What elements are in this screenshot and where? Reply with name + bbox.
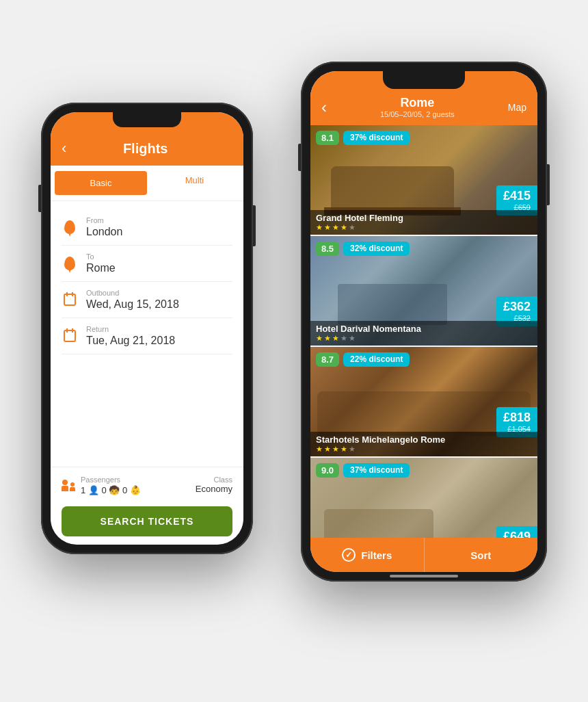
from-value: London [86,226,122,238]
flights-form: From London To Rome [51,201,243,467]
hotels-app: ‹ Rome 15/05–20/05, 2 guests Map [310,71,537,572]
return-value: Tue, Aug 21, 2018 [86,335,175,347]
star-1: ★ [316,334,323,343]
passengers-icons [62,480,75,491]
star-5: ★ [349,223,356,232]
to-label: To [86,252,116,261]
hotel-3-price-current: £818 [503,411,531,425]
left-phone-screen: ‹ Flights Basic Multi From [51,112,243,545]
star-1: ★ [316,223,323,232]
city-name: Rome [327,96,508,110]
star-1: ★ [316,445,323,454]
dates-info: 15/05–20/05, 2 guests [327,110,508,118]
bottom-action-bar: ✓ Filters Sort [310,538,537,572]
hotel-1-name: Grand Hotel Fleming [316,213,403,223]
hotel-3-name: Starhotels Michelangelo Rome [316,434,445,445]
hotel-2-stars: ★ ★ ★ ★ ★ [316,334,421,343]
scene: ‹ Flights Basic Multi From [0,0,588,702]
hotel-card-1[interactable]: 8.1 37% discount £415 £659 Grand Hotel F… [310,125,537,235]
star-5: ★ [349,445,356,454]
left-phone: ‹ Flights Basic Multi From [41,103,253,554]
return-icon [62,330,78,342]
search-tickets-button[interactable]: SEARCH TICKETS [62,506,232,536]
map-button[interactable]: Map [508,102,526,113]
flights-app: ‹ Flights Basic Multi From [51,112,243,545]
pin-icon-2 [64,257,75,270]
hotel-3-info-bar: Starhotels Michelangelo Rome ★ ★ ★ ★ ★ [310,432,537,456]
left-phone-notch [113,112,181,127]
return-field[interactable]: Return Tue, Aug 21, 2018 [62,318,232,354]
to-icon [62,257,78,270]
star-3: ★ [332,223,339,232]
hotel-2-info-bar: Hotel Darival Nomentana ★ ★ ★ ★ ★ [310,321,537,346]
hotel-4-price-current: £649 [503,530,531,538]
from-icon [62,220,78,234]
hotel-card-3[interactable]: 8.7 22% discount £818 £1,054 Starhotels … [310,347,537,456]
passengers-value: 1 👤 0 🧒 0 👶 [81,485,141,495]
hotels-back-button[interactable]: ‹ [321,98,327,117]
adult-icon [62,480,68,491]
hotel-1-discount: 37% discount [343,131,410,145]
hotel-4-price-box: £649 [496,526,537,538]
right-phone-screen: ‹ Rome 15/05–20/05, 2 guests Map [310,71,537,572]
passengers-label: Passengers [81,476,141,484]
star-4: ★ [340,334,347,343]
tab-bar: Basic Multi [51,166,243,201]
outbound-label: Outbound [86,289,179,297]
hotel-list: 8.1 37% discount £415 £659 Grand Hotel F… [310,125,537,538]
star-3: ★ [332,445,339,454]
filters-button[interactable]: ✓ Filters [310,538,424,572]
outbound-value: Wed, Aug 15, 2018 [86,298,179,311]
flights-title: Flights [73,141,217,157]
star-4: ★ [340,445,347,454]
back-arrow-icon[interactable]: ‹ [62,140,66,157]
star-5: ★ [349,334,356,343]
hotels-header-center: Rome 15/05–20/05, 2 guests [327,96,508,118]
tab-basic[interactable]: Basic [55,171,147,195]
calendar-icon [64,294,76,306]
class-label: Class [196,476,232,484]
star-3: ★ [332,334,339,343]
to-field[interactable]: To Rome [62,246,232,282]
home-indicator [390,575,458,577]
hotel-2-badges: 8.5 32% discount [316,242,410,256]
hotel-2-discount: 32% discount [343,242,410,256]
calendar-icon-2 [64,330,76,342]
hotel-1-score: 8.1 [316,131,339,145]
outbound-field[interactable]: Outbound Wed, Aug 15, 2018 [62,282,232,318]
hotel-4-discount: 37% discount [343,463,410,478]
hotel-3-score: 8.7 [316,352,339,367]
to-value: Rome [86,262,116,274]
passengers-group: Passengers 1 👤 0 🧒 0 👶 [62,476,141,495]
hotel-2-price-current: £362 [503,300,531,314]
passengers-row: Passengers 1 👤 0 🧒 0 👶 Class Economy [62,476,232,495]
outbound-icon [62,294,78,306]
hotel-1-badges: 8.1 37% discount [316,131,410,145]
filters-check-icon: ✓ [342,548,356,562]
tab-multi[interactable]: Multi [148,168,241,198]
hotel-4-badges: 9.0 37% discount [316,463,410,478]
hotel-card-4[interactable]: 9.0 37% discount £649 Domus Australia ★ [310,458,537,538]
hotel-2-name: Hotel Darival Nomentana [316,324,421,334]
from-label: From [86,216,122,224]
hotel-1-info-bar: Grand Hotel Fleming ★ ★ ★ ★ ★ [310,210,537,235]
hotel-card-2[interactable]: 8.5 32% discount £362 £532 Hotel Darival… [310,236,537,346]
class-value: Economy [196,484,232,494]
pin-icon [64,220,75,234]
hotel-4-score: 9.0 [316,463,339,478]
hotel-2-score: 8.5 [316,242,339,256]
hotel-3-stars: ★ ★ ★ ★ ★ [316,445,445,454]
child-icon [70,482,75,491]
class-group: Class Economy [196,476,232,495]
sort-button[interactable]: Sort [424,538,538,572]
hotel-3-discount: 22% discount [343,352,410,367]
filters-label: Filters [361,549,392,561]
hotel-1-price-current: £415 [503,190,531,203]
hotel-3-badges: 8.7 22% discount [316,352,410,367]
star-2: ★ [324,445,331,454]
right-phone: ‹ Rome 15/05–20/05, 2 guests Map [301,62,547,582]
flights-bottom: Passengers 1 👤 0 🧒 0 👶 Class Economy SEA… [51,467,243,545]
from-field[interactable]: From London [62,209,232,246]
right-phone-notch [383,71,465,89]
star-2: ★ [324,223,331,232]
